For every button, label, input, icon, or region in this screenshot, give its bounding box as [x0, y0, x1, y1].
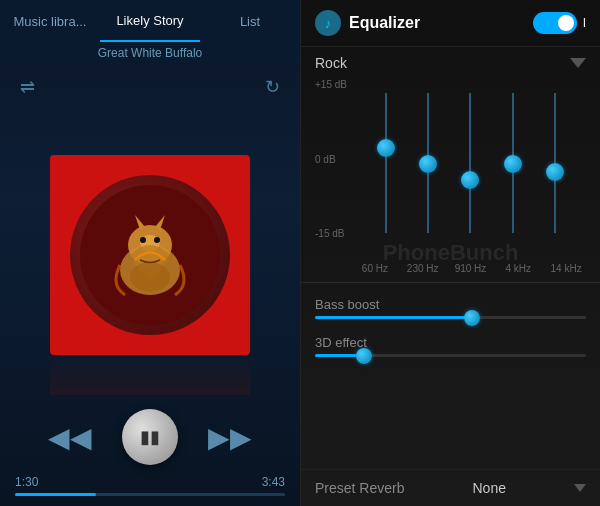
- progress-area: 1:30 3:43: [0, 475, 300, 506]
- freq-230hz: 230 Hz: [405, 263, 441, 274]
- right-panel: PhoneBunch ♪ Equalizer I Rock +15 dB 0 d…: [300, 0, 600, 506]
- freq-14khz: 14 kHz: [548, 263, 584, 274]
- album-circle: [70, 175, 230, 335]
- 3d-effect-thumb[interactable]: [356, 348, 372, 364]
- shuffle-icon[interactable]: ⇌: [20, 76, 35, 98]
- eq-title: Equalizer: [349, 14, 420, 32]
- song-subtitle: Great White Buffalo: [0, 42, 300, 64]
- tab-music-library[interactable]: Music libra...: [0, 0, 100, 42]
- eq-toggle[interactable]: I: [533, 12, 586, 34]
- slider-row: Bass boost 3D effect: [301, 291, 600, 363]
- progress-bar[interactable]: [15, 493, 285, 496]
- tab-likely-story[interactable]: Likely Story: [100, 0, 200, 42]
- total-time: 3:43: [262, 475, 285, 489]
- repeat-icon[interactable]: ↻: [265, 76, 280, 98]
- toggle-knob: [558, 15, 574, 31]
- toggle-label: I: [583, 16, 586, 30]
- eq-header-left: ♪ Equalizer: [315, 10, 420, 36]
- freq-60hz: 60 Hz: [357, 263, 393, 274]
- toggle-switch[interactable]: [533, 12, 577, 34]
- tab-bar: Music libra... Likely Story List: [0, 0, 300, 42]
- buffalo-artwork: [80, 185, 220, 325]
- preset-name: Rock: [315, 55, 347, 71]
- 3d-effect-track[interactable]: [315, 354, 586, 357]
- bass-boost-track[interactable]: [315, 316, 586, 319]
- album-art: [50, 155, 250, 355]
- eq-band-4khz[interactable]: [495, 83, 531, 243]
- play-pause-button[interactable]: ▮▮: [122, 409, 178, 465]
- preset-reverb-row[interactable]: Preset Reverb None: [301, 469, 600, 506]
- eq-icon: ♪: [315, 10, 341, 36]
- reverb-arrow-icon: [574, 484, 586, 492]
- reverb-label: Preset Reverb: [315, 480, 404, 496]
- shuffle-repeat-bar: ⇌ ↻: [0, 68, 300, 106]
- album-art-main: [50, 155, 250, 355]
- bass-boost-thumb[interactable]: [464, 310, 480, 326]
- left-panel: Music libra... Likely Story List Great W…: [0, 0, 300, 506]
- current-time: 1:30: [15, 475, 38, 489]
- eq-band-14khz[interactable]: [537, 83, 573, 243]
- eq-graph: +15 dB 0 dB -15 dB: [301, 79, 600, 259]
- pause-icon: ▮▮: [140, 426, 160, 448]
- eq-band-230hz[interactable]: [410, 83, 446, 243]
- 3d-effect-label: 3D effect: [315, 335, 586, 350]
- freq-910hz: 910 Hz: [452, 263, 488, 274]
- preset-selector[interactable]: Rock: [301, 47, 600, 79]
- playback-controls: ◀◀ ▮▮ ▶▶: [0, 393, 300, 475]
- freq-labels: 60 Hz 230 Hz 910 Hz 4 kHz 14 kHz: [301, 259, 600, 274]
- bass-boost-slider: Bass boost: [315, 297, 586, 319]
- album-art-container: [0, 106, 300, 393]
- time-row: 1:30 3:43: [15, 475, 285, 489]
- bass-boost-label: Bass boost: [315, 297, 586, 312]
- preset-arrow-icon: [570, 58, 586, 68]
- freq-4khz: 4 kHz: [500, 263, 536, 274]
- eq-bands: [315, 83, 586, 243]
- reverb-value: None: [473, 480, 506, 496]
- divider-1: [301, 282, 600, 283]
- eq-header: ♪ Equalizer I: [301, 0, 600, 47]
- next-button[interactable]: ▶▶: [208, 421, 252, 454]
- 3d-effect-slider: 3D effect: [315, 335, 586, 357]
- svg-point-6: [130, 262, 170, 292]
- bass-boost-fill: [315, 316, 472, 319]
- tab-list[interactable]: List: [200, 0, 300, 42]
- album-reflection: [50, 355, 250, 395]
- previous-button[interactable]: ◀◀: [48, 421, 92, 454]
- svg-point-7: [140, 237, 146, 243]
- progress-fill: [15, 493, 96, 496]
- eq-band-60hz[interactable]: [368, 83, 404, 243]
- eq-band-910hz[interactable]: [452, 83, 488, 243]
- svg-point-8: [154, 237, 160, 243]
